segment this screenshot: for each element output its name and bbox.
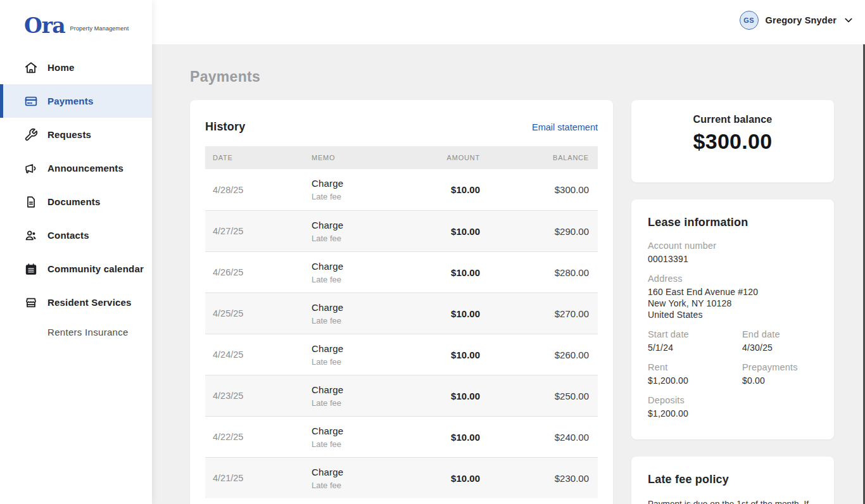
row-balance: $250.00	[488, 391, 597, 401]
sidebar-item-announcements[interactable]: Announcements	[0, 151, 152, 185]
sidebar-item-label: Payments	[47, 96, 93, 106]
sidebar-item-documents[interactable]: Documents	[0, 185, 152, 218]
late-fee-policy-title: Late fee policy	[648, 473, 818, 486]
sidebar-item-resident-services[interactable]: Resident Services	[0, 286, 152, 319]
sidebar-item-label: Announcements	[47, 163, 123, 173]
address-field: Address 160 East End Avenue #120 New Yor…	[648, 274, 818, 320]
history-table-body: 4/28/25 Charge Late fee $10.00 $300.00 4…	[205, 169, 598, 498]
people-icon	[23, 228, 38, 243]
sidebar-item-requests[interactable]: Requests	[0, 118, 152, 151]
table-row: 4/21/25 Charge Late fee $10.00 $230.00	[205, 457, 598, 498]
row-amount: $10.00	[431, 267, 488, 278]
row-memo-detail: Late fee	[312, 192, 423, 201]
brand-logo-text: Ora	[24, 15, 65, 36]
row-amount: $10.00	[431, 308, 488, 319]
end-date-field: End date 4/30/25	[742, 329, 818, 353]
row-date: 4/28/25	[205, 185, 304, 195]
row-memo-detail: Late fee	[312, 316, 423, 325]
user-menu[interactable]: GS Gregory Snyder	[740, 11, 854, 30]
calendar-icon	[23, 261, 38, 276]
row-memo-type: Charge	[312, 302, 423, 313]
deposits-field: Deposits $1,200.00	[648, 395, 818, 419]
rent-value: $1,200.00	[648, 375, 742, 386]
row-memo: Charge Late fee	[304, 467, 431, 490]
row-date: 4/25/25	[205, 308, 304, 318]
sidebar-item-payments[interactable]: Payments	[0, 84, 152, 118]
row-memo-detail: Late fee	[312, 439, 423, 449]
row-memo-type: Charge	[312, 343, 423, 354]
account-number-field: Account number 00013391	[648, 241, 818, 265]
current-balance-card: Current balance $300.00	[631, 100, 834, 182]
row-memo-detail: Late fee	[312, 275, 423, 284]
table-row: 4/27/25 Charge Late fee $10.00 $290.00	[205, 210, 598, 251]
current-balance-title: Current balance	[631, 114, 834, 125]
row-memo: Charge Late fee	[304, 425, 431, 449]
row-memo-type: Charge	[312, 220, 423, 230]
email-statement-link[interactable]: Email statement	[532, 122, 598, 132]
row-memo: Charge Late fee	[304, 302, 431, 325]
row-memo-type: Charge	[312, 425, 423, 436]
sidebar: Ora Property Management Home Payments	[0, 0, 152, 504]
row-balance: $260.00	[488, 350, 597, 360]
row-amount: $10.00	[431, 432, 488, 443]
sidebar-item-community-calendar[interactable]: Community calendar	[0, 252, 152, 286]
end-date-value: 4/30/25	[742, 342, 818, 353]
storefront-icon	[23, 295, 38, 310]
row-memo: Charge Late fee	[304, 384, 431, 408]
sidebar-nav: Home Payments Requests	[0, 51, 152, 344]
rent-label: Rent	[648, 362, 742, 372]
history-title: History	[205, 120, 245, 134]
sidebar-item-home[interactable]: Home	[0, 51, 152, 84]
history-table-header: DATE MEMO AMOUNT BALANCE	[205, 146, 598, 169]
payments-icon	[23, 94, 38, 108]
table-row: 4/28/25 Charge Late fee $10.00 $300.00	[205, 169, 598, 210]
row-balance: $280.00	[488, 267, 597, 278]
table-row: 4/25/25 Charge Late fee $10.00 $270.00	[205, 293, 598, 334]
document-icon	[23, 194, 38, 209]
row-memo: Charge Late fee	[304, 178, 431, 201]
right-column: Current balance $300.00 Lease informatio…	[631, 100, 834, 504]
row-date: 4/23/25	[205, 391, 304, 401]
column-header-amount: AMOUNT	[431, 154, 488, 161]
row-balance: $240.00	[488, 432, 597, 443]
sidebar-item-label: Resident Services	[47, 297, 132, 308]
address-line3: United States	[648, 309, 818, 320]
address-line1: 160 East End Avenue #120	[648, 286, 818, 298]
row-amount: $10.00	[431, 391, 488, 401]
brand-logo: Ora Property Management	[0, 0, 152, 39]
table-row: 4/26/25 Charge Late fee $10.00 $280.00	[205, 251, 598, 293]
address-label: Address	[648, 274, 818, 284]
sidebar-item-label: Contacts	[47, 230, 89, 241]
row-memo: Charge Late fee	[304, 220, 431, 243]
start-date-value: 5/1/24	[648, 342, 742, 353]
column-header-date: DATE	[205, 154, 304, 161]
table-row: 4/24/25 Charge Late fee $10.00 $260.00	[205, 334, 598, 375]
prepayments-value: $0.00	[742, 375, 818, 386]
main-content: Payments History Email statement DATE ME…	[152, 44, 865, 504]
row-memo-type: Charge	[312, 261, 423, 272]
row-amount: $10.00	[431, 226, 488, 237]
table-row: 4/22/25 Charge Late fee $10.00 $240.00	[205, 416, 598, 457]
sidebar-item-label: Requests	[47, 129, 91, 140]
sidebar-item-contacts[interactable]: Contacts	[0, 218, 152, 252]
row-memo-type: Charge	[312, 467, 423, 477]
home-icon	[23, 60, 38, 75]
row-memo-detail: Late fee	[312, 481, 423, 490]
row-amount: $10.00	[431, 473, 488, 484]
row-memo-detail: Late fee	[312, 357, 423, 367]
sidebar-item-label: Home	[47, 62, 74, 73]
end-date-label: End date	[742, 329, 818, 339]
row-memo: Charge Late fee	[304, 343, 431, 367]
row-date: 4/26/25	[205, 267, 304, 277]
user-name: Gregory Snyder	[766, 15, 837, 25]
history-card: History Email statement DATE MEMO AMOUNT…	[190, 100, 613, 504]
sidebar-item-renters-insurance[interactable]: Renters Insurance	[0, 319, 152, 344]
sidebar-item-label: Documents	[47, 196, 100, 207]
row-balance: $230.00	[488, 473, 597, 484]
address-line2: New York, NY 10128	[648, 298, 818, 309]
brand-tagline: Property Management	[70, 25, 129, 32]
account-number-value: 00013391	[648, 253, 818, 265]
column-header-memo: MEMO	[304, 154, 431, 161]
row-amount: $10.00	[431, 350, 488, 360]
late-fee-policy-card: Late fee policy Payment is due on the 1s…	[631, 457, 834, 504]
